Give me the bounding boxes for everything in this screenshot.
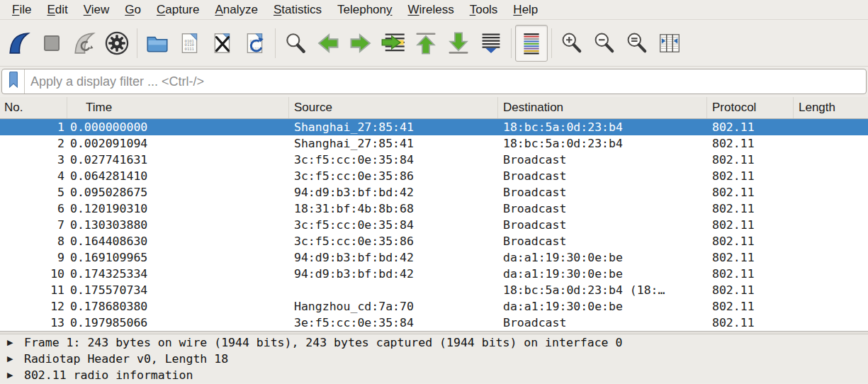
start-capture-button[interactable] [3,25,35,62]
packet-cell-time: 0.064281410 [67,168,289,184]
expand-arrow-icon[interactable]: ▶ [7,335,24,351]
auto-scroll-button[interactable] [475,25,507,62]
packet-cell-protocol: 802.11 [707,135,794,152]
column-header-destination[interactable]: Destination [498,97,707,118]
packet-cell-length [794,135,868,152]
packet-cell-destination: Broadcast [498,152,707,168]
arrow-up-bar-icon [413,30,439,56]
packet-row[interactable]: 120.178680380Hangzhou_cd:7a:70da:a1:19:3… [0,298,868,315]
menu-item-help[interactable]: Help [505,1,546,18]
arrow-left-icon [315,30,341,56]
go-last-packet-button[interactable] [442,25,475,62]
wireshark-fin-icon [7,31,31,55]
packet-cell-time: 0.178680380 [67,298,289,315]
column-header-protocol[interactable]: Protocol [707,97,794,118]
column-header-time[interactable]: Time [67,97,289,118]
packet-row[interactable]: 110.17557073418:bc:5a:0d:23:b4 (18:…802.… [0,282,868,298]
zoom-in-button[interactable] [556,25,588,62]
packet-cell-no: 5 [0,184,67,201]
packet-cell-destination: Broadcast [498,217,707,233]
packet-cell-no: 9 [0,249,67,266]
resize-columns-button[interactable] [653,25,686,62]
menu-item-go[interactable]: Go [117,1,149,18]
packet-cell-protocol: 802.11 [707,298,794,315]
packet-cell-no: 4 [0,168,67,184]
packet-cell-destination: Broadcast [498,184,707,201]
menu-item-capture[interactable]: Capture [149,1,207,18]
packet-row[interactable]: 10.000000000Shanghai_27:85:4118:bc:5a:0d… [0,119,868,135]
packet-row[interactable]: 90.16910996594:d9:b3:bf:bd:42da:a1:19:30… [0,249,868,266]
arrow-down-bar-icon [446,30,471,56]
menu-item-view[interactable]: View [76,1,118,18]
open-file-button[interactable] [141,25,174,62]
packet-cell-protocol: 802.11 [707,168,794,184]
column-header-source[interactable]: Source [289,97,498,118]
packet-cell-no: 12 [0,298,67,315]
document-reload-icon: 01010111 [243,31,267,55]
menu-item-statistics[interactable]: Statistics [266,1,329,18]
menu-item-tools[interactable]: Tools [462,1,506,18]
packet-row[interactable]: 130.1979850663e:f5:cc:0e:35:84Broadcast8… [0,315,868,331]
reload-file-button[interactable]: 01010111 [239,25,271,62]
zoom-out-button[interactable] [588,25,621,62]
menu-item-analyze[interactable]: Analyze [207,1,265,18]
packet-row[interactable]: 60.12019031018:31:bf:4b:8b:68Broadcast80… [0,201,868,217]
packet-cell-length [794,152,868,168]
stop-capture-button[interactable] [35,25,68,62]
packet-cell-protocol: 802.11 [707,315,794,331]
expand-arrow-icon[interactable]: ▶ [7,351,24,367]
detail-line[interactable]: ▶802.11 radio information [0,368,868,384]
save-file-button[interactable]: 010101100111 [174,25,206,62]
packet-row[interactable]: 80.1644086303c:f5:cc:0e:35:86Broadcast80… [0,233,868,249]
detail-line[interactable]: ▶Radiotap Header v0, Length 18 [0,351,868,368]
detail-line[interactable]: ▶Frame 1: 243 bytes on wire (1944 bits),… [0,335,868,351]
packet-cell-no: 11 [0,282,67,298]
display-filter-input[interactable] [25,69,866,94]
packet-cell-destination: Broadcast [498,315,707,331]
menu-item-telephony[interactable]: Telephony [329,1,400,18]
column-header-length[interactable]: Length [794,97,868,118]
packet-list-header: No. Time Source Destination Protocol Len… [0,97,868,119]
packet-row[interactable]: 20.002091094Shanghai_27:85:4118:bc:5a:0d… [0,135,868,152]
search-icon [283,31,308,55]
packet-row[interactable]: 30.0277416313c:f5:cc:0e:35:84Broadcast80… [0,152,868,168]
detail-line-text: Radiotap Header v0, Length 18 [24,352,228,366]
packet-row[interactable]: 100.17432533494:d9:b3:bf:bd:42da:a1:19:3… [0,266,868,282]
find-packet-button[interactable] [279,25,312,62]
filter-bar [0,67,868,97]
packet-row[interactable]: 50.09502867594:d9:b3:bf:bd:42Broadcast80… [0,184,868,201]
menu-item-file[interactable]: File [4,1,39,18]
restart-fin-icon [72,31,96,55]
restart-capture-button[interactable] [68,25,101,62]
colorize-packets-button[interactable] [515,25,548,62]
packet-cell-protocol: 802.11 [707,119,794,135]
detail-pane: ▶Frame 1: 243 bytes on wire (1944 bits),… [0,334,868,383]
detail-line-text: Frame 1: 243 bytes on wire (1944 bits), … [24,336,622,349]
close-file-button[interactable] [206,25,239,62]
packet-cell-no: 1 [0,119,67,135]
packet-cell-source: 94:d9:b3:bf:bd:42 [289,249,498,266]
menu-item-edit[interactable]: Edit [39,1,75,18]
filter-bookmark-button[interactable] [2,69,25,94]
go-first-packet-button[interactable] [410,25,442,62]
menu-item-wireless[interactable]: Wireless [400,1,462,18]
capture-options-button[interactable] [101,25,133,62]
packet-cell-destination: Broadcast [498,233,707,249]
packet-row[interactable]: 40.0642814103c:f5:cc:0e:35:86Broadcast80… [0,168,868,184]
packet-cell-time: 0.027741631 [67,152,289,168]
packet-row[interactable]: 70.1303038803c:f5:cc:0e:35:84Broadcast80… [0,217,868,233]
packet-cell-no: 6 [0,201,67,217]
expand-arrow-icon[interactable]: ▶ [7,368,24,383]
display-filter-box[interactable] [1,69,867,94]
packet-cell-destination: 18:bc:5a:0d:23:b4 [498,135,707,152]
document-icon: 010101100111 [178,31,202,55]
zoom-normal-button[interactable] [621,25,653,62]
go-forward-button[interactable] [344,25,377,62]
packet-cell-destination: Broadcast [498,168,707,184]
packet-cell-source [289,282,498,298]
folder-icon [145,31,169,55]
column-header-no[interactable]: No. [0,97,67,118]
go-back-button[interactable] [312,25,344,62]
document-close-icon [210,31,235,55]
go-to-packet-button[interactable] [377,25,410,62]
